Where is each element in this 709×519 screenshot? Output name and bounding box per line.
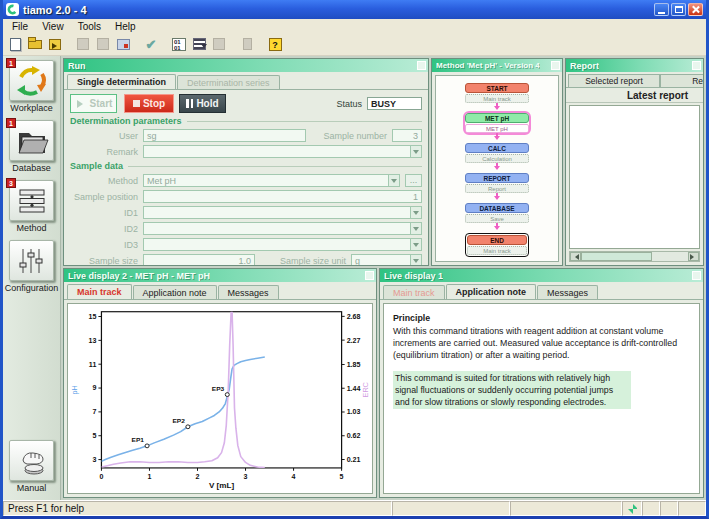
tab-determination-series: Determination series [177,75,280,89]
menu-help[interactable]: Help [108,21,143,32]
window-title: tiamo 2.0 - 4 [23,4,87,16]
new-icon[interactable] [6,35,24,53]
open-icon[interactable] [26,35,44,53]
lock-disabled-icon [238,35,256,53]
help-icon[interactable]: ? [266,35,284,53]
stop-button[interactable]: Stop [124,94,174,113]
method-browse-button[interactable]: ... [405,174,422,187]
chevron-down-icon[interactable] [410,238,422,251]
database-icon [15,127,49,155]
live-display-2-menu-button[interactable] [365,271,374,280]
method-node-end[interactable]: ENDMain track [465,233,529,257]
tab-single-determination[interactable]: Single determination [67,74,176,89]
svg-text:1: 1 [148,473,152,480]
minimize-button[interactable] [654,3,669,16]
chevron-down-icon[interactable] [410,254,422,265]
database-badge: 1 [6,118,16,128]
hold-button[interactable]: Hold [179,94,226,113]
method-combobox[interactable]: Met pH [143,174,400,187]
method-label: Method [70,176,138,186]
sidebar: 1 Workplace 1 Database [3,56,61,500]
tab-report[interactable]: Report [660,74,703,87]
maximize-button[interactable] [671,3,686,16]
scroll-right-icon[interactable] [688,252,699,261]
method-node-met-ph[interactable]: MET pHMET pH [465,113,529,133]
scrollbar-thumb[interactable] [581,252,652,261]
grid-disabled-icon [210,35,228,53]
svg-text:1.85: 1.85 [347,361,361,368]
sidebar-item-database[interactable]: 1 Database [9,120,54,173]
id1-label: ID1 [70,208,138,218]
sample-list-icon[interactable] [190,35,208,53]
sidebar-item-label: Configuration [5,283,59,293]
run-panel: Run Single determination Determination s… [63,58,429,266]
remark-combobox[interactable] [143,145,422,158]
svg-text:0: 0 [99,473,103,480]
remark-label: Remark [70,147,138,157]
svg-text:ERC: ERC [361,382,370,398]
method-node-database[interactable]: DATABASESave [465,203,529,223]
sidebar-item-label: Manual [17,483,47,493]
close-button[interactable] [688,3,703,16]
tab-latest-report[interactable]: Latest report [566,88,703,103]
tab-messages[interactable]: Messages [218,285,279,299]
chevron-down-icon[interactable] [410,206,422,219]
sidebar-item-manual[interactable]: Manual [9,440,54,493]
method-node-title: START [465,83,529,93]
sidebar-item-method[interactable]: 3 Method [9,180,54,233]
menu-file[interactable]: File [5,21,35,32]
report-tabs: Selected report Report [566,72,703,88]
menu-tools[interactable]: Tools [71,21,108,32]
method-node-start[interactable]: STARTMain track [465,83,529,103]
live-display-1-menu-button[interactable] [692,271,701,280]
method-node-subtitle: Calculation [465,154,529,163]
live-display-2-title: Live display 2 - MET pH - MET pH [68,271,210,281]
report-panel-menu-button[interactable] [692,61,701,70]
menu-view[interactable]: View [35,21,71,32]
tab-application-note[interactable]: Application note [133,285,217,299]
scroll-left-icon[interactable] [570,252,581,261]
run-panel-header: Run [64,59,428,72]
method-panel-menu-button[interactable] [551,61,560,70]
sidebar-item-workplace[interactable]: 1 Workplace [9,60,54,113]
method-node-subtitle: Save [465,214,529,223]
tab-main-track[interactable]: Main track [383,285,445,299]
id2-combobox[interactable] [143,222,422,235]
user-field[interactable]: sg [143,129,306,142]
section-sample-data: Sample data [70,161,422,171]
svg-text:13: 13 [88,337,96,344]
tab-application-note[interactable]: Application note [446,284,537,299]
manual-icon [14,446,50,476]
close-icon [691,5,700,14]
id3-combobox[interactable] [143,238,422,251]
sample-size-field[interactable]: 1.0 [143,254,255,265]
report-horizontal-scrollbar[interactable] [569,251,700,262]
check-icon[interactable]: ✔ [142,35,160,53]
sidebar-item-label: Method [16,223,46,233]
sidebar-item-configuration[interactable]: Configuration [5,240,59,293]
user-label: User [70,131,138,141]
section-determination-parameters: Determination parameters [70,116,422,126]
method-node-title: END [467,235,527,245]
devices-icon[interactable] [114,35,132,53]
status-label: Status [336,99,362,109]
tab-selected-report[interactable]: Selected report [568,74,660,87]
flow-arrow-icon [494,193,500,203]
id2-label: ID2 [70,224,138,234]
sample-size-unit-combobox[interactable]: g [351,254,422,265]
run-tabs: Single determination Determination serie… [64,72,428,90]
import-icon[interactable] [46,35,64,53]
method-node-report[interactable]: REPORTReport [465,173,529,193]
sample-position-field[interactable]: 1 [143,190,422,203]
tab-main-track[interactable]: Main track [67,284,132,299]
tab-messages[interactable]: Messages [537,285,598,299]
chevron-down-icon[interactable] [388,174,400,187]
chevron-down-icon[interactable] [410,145,422,158]
titration-curve-chart: 01234535791113150.210.621.031.441.852.27… [67,303,373,494]
numbered-list-icon[interactable]: 0101 [170,35,188,53]
id1-combobox[interactable] [143,206,422,219]
chevron-down-icon[interactable] [410,222,422,235]
status-value: BUSY [367,97,422,110]
run-panel-menu-button[interactable] [417,61,426,70]
method-node-calc[interactable]: CALCCalculation [465,143,529,163]
